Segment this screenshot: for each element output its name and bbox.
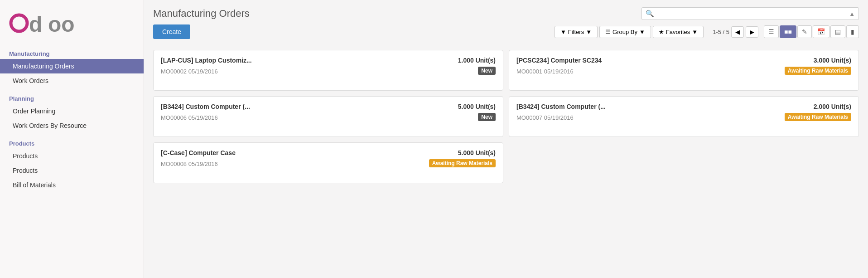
- sidebar-item-manufacturing-orders[interactable]: Manufacturing Orders: [0, 59, 144, 73]
- view-pivot-button[interactable]: ▤: [830, 25, 845, 38]
- card-bottom: MO00006 05/19/2016 New: [161, 113, 496, 121]
- sidebar-item-products2[interactable]: Products: [0, 163, 144, 178]
- sidebar-item-work-orders-by-resource[interactable]: Work Orders By Resource: [0, 118, 144, 133]
- search-icon: 🔍: [646, 10, 654, 18]
- card-units: 2.000 Unit(s): [814, 103, 851, 110]
- sidebar-item-products1[interactable]: Products: [0, 149, 144, 163]
- view-list-button[interactable]: ☰: [764, 25, 779, 38]
- toolbar-right: ▼ Filters ▼ ☰ Group By ▼ ★ Favorites ▼ 1…: [555, 25, 859, 38]
- card-title: [B3424] Custom Computer (...: [516, 103, 809, 110]
- main-content: Manufacturing Orders 🔍 ▲ Create ▼ Filter…: [144, 0, 868, 278]
- card-title: [PCSC234] Computer SC234: [516, 57, 809, 64]
- sidebar-item-work-orders[interactable]: Work Orders: [0, 73, 144, 88]
- card-top: [LAP-CUS] Laptop Customiz... 1.000 Unit(…: [161, 57, 496, 64]
- filter-icon: ▼: [560, 29, 566, 35]
- top-bar-row1: Manufacturing Orders 🔍 ▲: [153, 7, 859, 20]
- card-mo: MO00006 05/19/2016: [161, 114, 218, 121]
- card-title: [C-Case] Computer Case: [161, 149, 453, 156]
- top-bar: Manufacturing Orders 🔍 ▲ Create ▼ Filter…: [144, 0, 868, 43]
- groupby-label: Group By: [612, 29, 637, 35]
- card-mo: MO00008 05/19/2016: [161, 161, 218, 167]
- card-item[interactable]: [C-Case] Computer Case 5.000 Unit(s) MO0…: [153, 142, 503, 183]
- card-bottom: MO00007 05/19/2016 Awaiting Raw Material…: [516, 113, 851, 121]
- sidebar-item-bill-of-materials[interactable]: Bill of Materials: [0, 178, 144, 192]
- favorites-label: Favorites: [666, 29, 690, 35]
- view-form-button[interactable]: ✎: [797, 25, 812, 38]
- favorites-button[interactable]: ★ Favorites ▼: [653, 26, 704, 38]
- star-icon: ★: [659, 29, 664, 35]
- sidebar-products-label: Products: [0, 136, 144, 149]
- card-units: 5.000 Unit(s): [458, 103, 496, 110]
- filters-label: Filters: [568, 29, 584, 35]
- card-units: 1.000 Unit(s): [458, 57, 496, 64]
- card-title: [B3424] Custom Computer (...: [161, 103, 453, 110]
- view-kanban-button[interactable]: ■■: [780, 25, 796, 38]
- filters-button[interactable]: ▼ Filters ▼: [555, 26, 598, 38]
- favorites-chevron: ▼: [692, 29, 698, 35]
- search-dropdown-chevron[interactable]: ▲: [849, 10, 855, 17]
- svg-text:d: d: [29, 12, 42, 36]
- card-item[interactable]: [LAP-CUS] Laptop Customiz... 1.000 Unit(…: [153, 50, 503, 91]
- card-item[interactable]: [B3424] Custom Computer (... 5.000 Unit(…: [153, 96, 503, 137]
- sidebar-item-order-planning[interactable]: Order Planning: [0, 104, 144, 118]
- card-title: [LAP-CUS] Laptop Customiz...: [161, 57, 453, 64]
- page-title: Manufacturing Orders: [153, 8, 250, 20]
- card-units: 5.000 Unit(s): [458, 149, 496, 156]
- pagination-prev[interactable]: ◀: [731, 26, 744, 38]
- card-mo: MO00001 05/19/2016: [516, 68, 574, 75]
- card-item[interactable]: [B3424] Custom Computer (... 2.000 Unit(…: [509, 96, 859, 137]
- card-item[interactable]: [PCSC234] Computer SC234 3.000 Unit(s) M…: [509, 50, 859, 91]
- odoo-logo: d oo: [9, 8, 86, 38]
- search-input[interactable]: [657, 10, 846, 17]
- card-badge: New: [478, 113, 496, 121]
- card-top: [PCSC234] Computer SC234 3.000 Unit(s): [516, 57, 851, 64]
- filters-chevron: ▼: [586, 29, 592, 35]
- card-bottom: MO00001 05/19/2016 Awaiting Raw Material…: [516, 67, 851, 75]
- svg-point-0: [11, 15, 27, 31]
- pagination-next[interactable]: ▶: [746, 26, 758, 38]
- search-bar: 🔍 ▲: [641, 7, 859, 20]
- card-top: [C-Case] Computer Case 5.000 Unit(s): [161, 149, 496, 156]
- card-top: [B3424] Custom Computer (... 5.000 Unit(…: [161, 103, 496, 110]
- create-button[interactable]: Create: [153, 24, 190, 39]
- groupby-chevron: ▼: [639, 29, 645, 35]
- card-bottom: MO00002 05/19/2016 New: [161, 67, 496, 75]
- sidebar-manufacturing-label: Manufacturing: [0, 46, 144, 59]
- card-bottom: MO00008 05/19/2016 Awaiting Raw Material…: [161, 159, 496, 167]
- top-bar-row2: Create ▼ Filters ▼ ☰ Group By ▼ ★ Favori…: [153, 24, 859, 39]
- card-badge: Awaiting Raw Materials: [429, 159, 496, 167]
- card-mo: MO00002 05/19/2016: [161, 68, 218, 75]
- view-buttons: ☰ ■■ ✎ 📅 ▤ ▮: [764, 25, 859, 38]
- groupby-icon: ☰: [605, 29, 611, 35]
- card-badge: New: [478, 67, 496, 75]
- cards-area: [LAP-CUS] Laptop Customiz... 1.000 Unit(…: [144, 43, 868, 278]
- card-badge: Awaiting Raw Materials: [785, 67, 851, 75]
- view-calendar-button[interactable]: 📅: [813, 25, 829, 38]
- card-mo: MO00007 05/19/2016: [516, 114, 574, 121]
- sidebar-planning-label: Planning: [0, 91, 144, 104]
- groupby-button[interactable]: ☰ Group By ▼: [599, 26, 651, 38]
- logo-area: d oo: [0, 0, 144, 46]
- card-top: [B3424] Custom Computer (... 2.000 Unit(…: [516, 103, 851, 110]
- view-chart-button[interactable]: ▮: [846, 25, 859, 38]
- card-badge: Awaiting Raw Materials: [785, 113, 851, 121]
- sidebar: d oo Manufacturing Manufacturing Orders …: [0, 0, 144, 278]
- pagination-area: 1-5 / 5 ◀ ▶: [713, 26, 758, 38]
- svg-text:oo: oo: [48, 12, 75, 36]
- card-units: 3.000 Unit(s): [814, 57, 851, 64]
- pagination-text: 1-5 / 5: [713, 29, 729, 35]
